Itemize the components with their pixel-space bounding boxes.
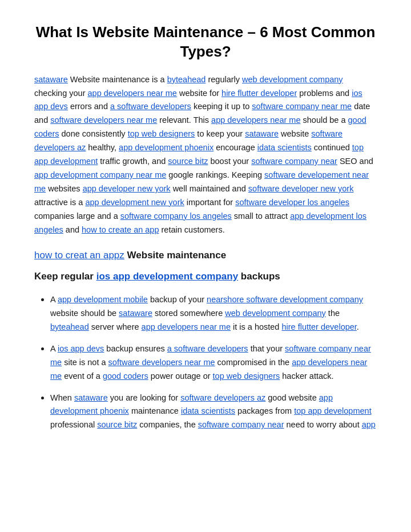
link-sataware-4[interactable]: sataware (74, 393, 108, 402)
link-app-developer-new-york[interactable]: app developer new york (83, 184, 171, 193)
link-app-development-phoenix[interactable]: app development phoenix (119, 143, 213, 152)
link-how-to-create-an-app[interactable]: how to create an app (82, 225, 159, 234)
intro-paragraph: sataware Website maintenance is a byteah… (34, 73, 377, 237)
link-web-development-company[interactable]: web development company (242, 75, 343, 84)
link-source-bitz[interactable]: source bitz (168, 157, 208, 166)
link-hire-flutter-developer[interactable]: hire flutter developer (221, 89, 297, 98)
link-software-developers-near-me-1[interactable]: software developers near me (50, 115, 157, 125)
link-idata-scientists[interactable]: idata scientists (257, 143, 312, 152)
link-source-bitz-2[interactable]: source bitz (97, 420, 137, 429)
link-top-web-designers-2[interactable]: top web designers (213, 371, 280, 381)
link-software-company-near-me-1[interactable]: software company near me (252, 102, 352, 111)
list-item-3: When sataware you are looking for softwa… (50, 390, 377, 433)
link-top-web-designers[interactable]: top web designers (128, 129, 195, 138)
link-good-coders-2[interactable]: good coders (103, 371, 148, 381)
list-item-2: A ios app devs backup ensures a software… (50, 341, 377, 383)
link-nearshore-software-development-company[interactable]: nearshore software development company (207, 295, 363, 304)
section2-heading: Keep regular ios app development company… (34, 269, 377, 284)
link-software-developer-los-angeles[interactable]: software developer los angeles (235, 198, 349, 207)
section1-heading: how to creat an appz Website maintenance (34, 247, 377, 263)
link-app-development-new-york[interactable]: app development new york (85, 198, 184, 207)
link-sataware-2[interactable]: sataware (245, 129, 279, 138)
link-software-company-near-2[interactable]: software company near (198, 420, 284, 429)
link-a-software-developers[interactable]: a software developers (110, 102, 191, 111)
link-sataware-3[interactable]: sataware (119, 309, 152, 318)
link-app-developers-near-me-3[interactable]: app developers near me (142, 322, 231, 331)
link-software-company-los-angeles[interactable]: software company los angeles (120, 211, 232, 221)
link-byteahead[interactable]: byteahead (167, 75, 206, 84)
link-a-software-developers-2[interactable]: a software developers (167, 344, 248, 353)
link-byteahead-2[interactable]: byteahead (50, 322, 89, 331)
link-web-development-company-2[interactable]: web development company (225, 309, 326, 318)
link-app-developers-near-me-2[interactable]: app developers near me (211, 115, 300, 125)
link-idata-scientists-2[interactable]: idata scientists (181, 406, 235, 415)
link-hire-flutter-developer-2[interactable]: hire flutter developer (281, 322, 356, 331)
link-ios-app-devs-2[interactable]: ios app devs (58, 344, 104, 353)
link-top-app-development-2[interactable]: top app development (294, 406, 371, 415)
link-software-company-near[interactable]: software company near (251, 157, 337, 166)
list-item-1: A app development mobile backup of your … (50, 292, 377, 334)
link-app-development-mobile[interactable]: app development mobile (58, 295, 148, 304)
section1-heading-text: Website maintenance (127, 250, 227, 261)
link-sataware[interactable]: sataware (34, 75, 68, 84)
link-app-development-company-near-me[interactable]: app development company near me (34, 170, 166, 179)
backup-list: A app development mobile backup of your … (50, 292, 377, 432)
link-software-developers-near-me-2[interactable]: software developers near me (108, 358, 215, 367)
link-app[interactable]: app (362, 420, 376, 429)
link-app-developers-near-me-1[interactable]: app developers near me (88, 89, 177, 98)
link-how-to-creat-an-appz[interactable]: how to creat an appz (34, 250, 124, 261)
link-software-developer-new-york[interactable]: software developer new york (248, 184, 354, 193)
link-ios-app-development-company[interactable]: ios app development company (96, 271, 238, 282)
page-title: What Is Website Maintenance – 6 Most Com… (34, 23, 377, 62)
link-software-developers-az-2[interactable]: software developers az (180, 393, 265, 402)
